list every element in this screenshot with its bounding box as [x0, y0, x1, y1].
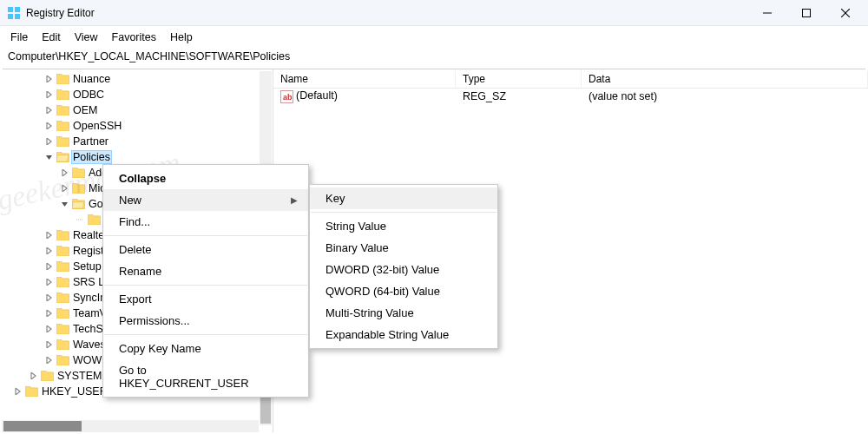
menu-item[interactable]: Key: [310, 187, 497, 209]
tree-node-label: SYSTEM: [56, 370, 103, 382]
menu-item[interactable]: String Value: [310, 215, 497, 237]
folder-icon: [56, 135, 69, 148]
tree-node-label: Policies: [71, 150, 112, 164]
menu-favorites[interactable]: Favorites: [105, 29, 163, 46]
menu-item-label: QWORD (64-bit) Value: [326, 285, 440, 298]
tree-node[interactable]: Partner: [0, 134, 273, 149]
menu-separator: [104, 334, 307, 335]
value-type: REG_SZ: [456, 90, 582, 102]
menu-item[interactable]: Binary Value: [310, 237, 497, 259]
folder-icon: [56, 323, 69, 335]
menu-item[interactable]: Rename: [103, 260, 308, 282]
menu-item[interactable]: Go to HKEY_CURRENT_USER: [103, 359, 308, 394]
menu-item-label: Binary Value: [326, 241, 389, 254]
svg-rect-5: [802, 9, 810, 16]
tree-node-label: Partner: [71, 135, 110, 148]
folder-icon: [56, 229, 69, 241]
menu-item-label: Delete: [119, 243, 152, 256]
folder-icon: [71, 198, 85, 210]
menu-item[interactable]: Permissions...: [103, 310, 308, 332]
menu-item-label: Rename: [119, 265, 161, 278]
menu-item[interactable]: Export: [103, 288, 308, 310]
maximize-button[interactable]: [786, 0, 825, 26]
chevron-right-icon[interactable]: [43, 229, 56, 241]
menu-item[interactable]: Multi-String Value: [310, 302, 497, 324]
chevron-right-icon[interactable]: [43, 276, 56, 288]
svg-rect-2: [8, 14, 13, 19]
svg-text:ab: ab: [283, 93, 293, 102]
folder-icon: [71, 167, 85, 179]
menu-item-label: New: [119, 194, 141, 207]
menu-item-label: Go to HKEY_CURRENT_USER: [119, 364, 273, 390]
chevron-right-icon[interactable]: [43, 323, 56, 335]
horizontal-scrollbar[interactable]: [2, 420, 259, 432]
folder-icon: [56, 292, 69, 304]
context-submenu-new: KeyString ValueBinary ValueDWORD (32-bit…: [309, 184, 498, 349]
tree-node[interactable]: Nuance: [0, 71, 273, 87]
chevron-right-icon[interactable]: [43, 89, 56, 101]
folder-icon: [56, 354, 69, 366]
tree-node[interactable]: OEM: [0, 102, 273, 118]
window-title: Registry Editor: [26, 7, 95, 19]
chevron-right-icon[interactable]: [43, 135, 56, 148]
menu-item[interactable]: Find...: [103, 211, 308, 233]
menu-item[interactable]: Expandable String Value: [310, 324, 497, 345]
folder-icon: [56, 276, 69, 288]
menu-item[interactable]: Collapse: [103, 168, 308, 189]
chevron-right-icon[interactable]: [28, 370, 40, 382]
menu-item[interactable]: DWORD (32-bit) Value: [310, 259, 497, 280]
menu-item-label: Multi-String Value: [326, 306, 414, 319]
submenu-arrow-icon: ▶: [291, 195, 298, 205]
address-bar[interactable]: Computer\HKEY_LOCAL_MACHINE\SOFTWARE\Pol…: [3, 49, 865, 69]
menu-item-label: Key: [326, 192, 345, 205]
folder-icon: [56, 260, 69, 273]
menu-item[interactable]: New▶: [103, 189, 308, 211]
chevron-down-icon[interactable]: [59, 198, 71, 210]
menu-file[interactable]: File: [3, 29, 35, 46]
column-header-type[interactable]: Type: [456, 70, 582, 88]
chevron-right-icon[interactable]: [43, 245, 56, 257]
tree-node-label: OEM: [71, 104, 99, 116]
menu-item[interactable]: Copy Key Name: [103, 338, 308, 359]
tree-leaf-icon: [75, 214, 87, 226]
chevron-right-icon[interactable]: [12, 385, 24, 398]
tree-node[interactable]: Policies: [0, 149, 273, 165]
menu-view[interactable]: View: [68, 29, 105, 46]
column-header-data[interactable]: Data: [582, 70, 868, 88]
menu-item[interactable]: QWORD (64-bit) Value: [310, 280, 497, 302]
scrollbar-thumb[interactable]: [3, 421, 82, 431]
menu-separator: [104, 285, 307, 286]
folder-icon: [56, 245, 69, 257]
menu-item-label: Copy Key Name: [119, 342, 201, 355]
menu-edit[interactable]: Edit: [35, 29, 68, 46]
menu-item[interactable]: Delete: [103, 239, 308, 260]
chevron-right-icon[interactable]: [43, 307, 56, 319]
menu-item-label: Expandable String Value: [326, 328, 449, 341]
chevron-right-icon[interactable]: [43, 73, 56, 85]
tree-node[interactable]: ODBC: [0, 87, 273, 102]
chevron-right-icon[interactable]: [59, 182, 71, 194]
menu-bar: FileEditViewFavoritesHelp: [0, 26, 868, 49]
tree-node-label: ODBC: [71, 89, 106, 101]
chevron-right-icon[interactable]: [43, 104, 56, 116]
chevron-down-icon[interactable]: [43, 151, 56, 163]
chevron-right-icon[interactable]: [43, 354, 56, 366]
column-header-name[interactable]: Name: [273, 70, 456, 88]
svg-rect-3: [15, 14, 20, 19]
folder-icon: [24, 385, 38, 398]
svg-rect-1: [15, 7, 20, 12]
minimize-button[interactable]: [747, 0, 786, 26]
menu-item-label: Find...: [119, 215, 150, 228]
folder-icon: [56, 89, 69, 101]
tree-node[interactable]: OpenSSH: [0, 118, 273, 134]
chevron-right-icon[interactable]: [43, 339, 56, 351]
chevron-right-icon[interactable]: [43, 292, 56, 304]
chevron-right-icon[interactable]: [43, 120, 56, 132]
folder-icon: [87, 214, 101, 226]
chevron-right-icon[interactable]: [43, 260, 56, 273]
list-row[interactable]: ab(Default)REG_SZ(value not set): [273, 89, 868, 104]
title-bar: Registry Editor: [0, 0, 868, 26]
chevron-right-icon[interactable]: [59, 167, 71, 179]
menu-help[interactable]: Help: [163, 29, 200, 46]
close-button[interactable]: [825, 0, 865, 26]
